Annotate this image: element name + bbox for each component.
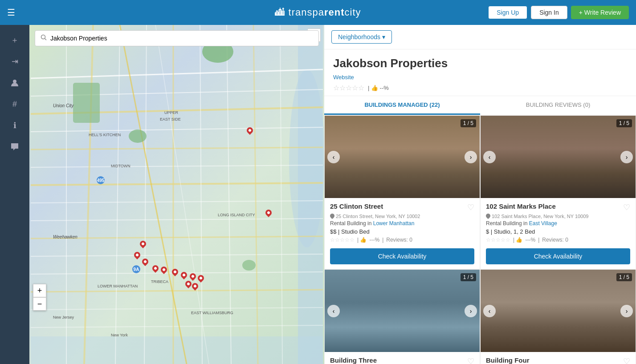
svg-line-30	[120, 25, 187, 364]
nav-buttons: Sign Up Sign In + Write Review	[488, 6, 629, 19]
svg-text:EAST WILLIAMSBURG: EAST WILLIAMSBURG	[191, 311, 233, 315]
svg-text:LOWER MANHATTAN: LOWER MANHATTAN	[98, 284, 138, 288]
svg-line-20	[31, 325, 323, 328]
svg-text:9A: 9A	[134, 267, 139, 272]
top-nav: ☰ 🏙 transparentcity Sign Up Sign In + Wr…	[0, 0, 636, 25]
card-favorite-3[interactable]: ♡	[467, 356, 474, 364]
card-counter-2: 1 / 5	[616, 119, 632, 127]
logo-city-skyline: 🏙	[275, 7, 285, 18]
map-pin[interactable]	[196, 274, 205, 283]
neighborhood-link-1[interactable]: Lower Manhattan	[373, 220, 415, 226]
svg-line-28	[253, 25, 258, 364]
map-pin[interactable]	[139, 239, 147, 248]
zoom-out-button[interactable]: −	[33, 297, 46, 311]
card-favorite-1[interactable]: ♡	[467, 202, 474, 212]
svg-line-10	[31, 147, 323, 150]
svg-line-2	[45, 39, 47, 40]
tab-reviews[interactable]: BUILDING REVIEWS (0)	[480, 96, 636, 115]
card-title-1: 25 Clinton Street	[330, 202, 383, 210]
check-availability-button-2[interactable]: Check Availability	[486, 248, 630, 264]
map-pin[interactable]	[184, 279, 193, 288]
map-pin[interactable]	[264, 208, 273, 217]
svg-text:MIDTOWN: MIDTOWN	[111, 164, 130, 168]
zoom-in-button[interactable]: +	[33, 284, 46, 297]
map-pin[interactable]	[171, 267, 179, 276]
map-image: 495 9A Union City Weehawken HELL'S KITCH…	[29, 25, 324, 364]
svg-line-12	[31, 183, 323, 185]
svg-line-6	[31, 69, 323, 78]
neighborhood-link-2[interactable]: East Village	[529, 220, 557, 226]
svg-line-14	[31, 218, 323, 221]
map-pin[interactable]	[151, 264, 160, 273]
write-review-button[interactable]: + Write Review	[571, 6, 629, 19]
map-pin[interactable]	[159, 265, 168, 274]
svg-line-19	[31, 307, 323, 310]
search-bar	[35, 30, 319, 46]
card-favorite-4[interactable]: ♡	[623, 356, 630, 364]
svg-line-22	[84, 25, 93, 364]
signin-button[interactable]: Sign In	[531, 6, 567, 19]
sidebar-icon-signin[interactable]: ⇥	[5, 52, 24, 71]
hamburger-button[interactable]: ☰	[7, 7, 15, 18]
svg-text:Union City: Union City	[53, 103, 74, 108]
svg-line-9	[31, 127, 323, 132]
card-body-1: 25 Clinton Street ♡ 25 Clinton Street, N…	[325, 198, 480, 269]
card-counter: 1 / 5	[461, 119, 476, 127]
map-area: 495 9A Union City Weehawken HELL'S KITCH…	[29, 25, 324, 364]
card-title-4: Building Four	[486, 356, 529, 364]
svg-text:TRIBECA: TRIBECA	[151, 279, 168, 284]
card-favorite-2[interactable]: ♡	[623, 202, 630, 212]
sidebar-icon-user[interactable]	[5, 73, 24, 93]
card-next-button-3[interactable]: ›	[465, 305, 477, 317]
sidebar-icon-plus[interactable]: ＋	[5, 30, 24, 50]
card-reviews-2: ☆☆☆☆☆ | 👍 ---% | Reviews: 0	[486, 237, 630, 243]
svg-text:New Jersey: New Jersey	[53, 315, 74, 320]
sidebar-icon-info[interactable]: ℹ	[5, 116, 24, 135]
svg-point-5	[289, 69, 324, 247]
right-panel: Neighborhoods ▾ Jakobson Properties Webs…	[324, 25, 636, 364]
sidebar-icon-hash[interactable]: #	[5, 94, 24, 114]
map-pin[interactable]	[179, 271, 188, 279]
card-prev-button-2[interactable]: ‹	[483, 151, 496, 163]
map-pin[interactable]	[141, 257, 150, 266]
svg-text:495: 495	[97, 178, 105, 183]
card-next-button-2[interactable]: ›	[620, 151, 633, 163]
card-price-1: $$ | Studio Bed	[330, 228, 474, 235]
card-image-3: ‹ 1 / 5 ›	[325, 270, 480, 352]
map-pin[interactable]	[133, 251, 142, 259]
building-card-2: ‹ 1 / 5 › 102 Saint Marks Place ♡ 102 Sa…	[480, 115, 636, 269]
map-roads: 495 9A Union City Weehawken HELL'S KITCH…	[29, 25, 324, 364]
tabs-row: BUILDINGS MANAGED (22) BUILDING REVIEWS …	[324, 96, 636, 115]
card-prev-button-3[interactable]: ‹	[327, 305, 340, 317]
neighborhoods-button[interactable]: Neighborhoods ▾	[331, 30, 392, 44]
map-pin[interactable]	[191, 282, 200, 291]
card-next-button-4[interactable]: ›	[620, 305, 633, 317]
signup-button[interactable]: Sign Up	[488, 6, 527, 19]
card-thumbs-2: | 👍	[513, 237, 522, 243]
svg-text:UPPER: UPPER	[164, 110, 179, 115]
card-prev-button-4[interactable]: ‹	[483, 305, 496, 317]
svg-line-23	[115, 25, 120, 364]
card-address-1: 25 Clinton Street, New York, NY 10002	[330, 214, 474, 219]
card-prev-button[interactable]: ‹	[327, 151, 340, 163]
logo-text: transparentcity	[289, 7, 361, 18]
tab-buildings[interactable]: BUILDINGS MANAGED (22)	[324, 96, 480, 115]
svg-line-11	[31, 165, 323, 167]
zoom-controls: + −	[33, 284, 46, 311]
property-website-link[interactable]: Website	[333, 74, 354, 81]
map-pin[interactable]	[245, 126, 254, 135]
svg-line-27	[227, 25, 231, 364]
svg-line-15	[31, 236, 323, 239]
svg-line-13	[31, 201, 323, 203]
search-input[interactable]	[50, 35, 313, 42]
svg-rect-35	[73, 83, 100, 123]
check-availability-button-1[interactable]: Check Availability	[330, 248, 474, 264]
building-card: ‹ 1 / 5 › 25 Clinton Street ♡ 25 Clinton…	[324, 115, 480, 269]
property-title: Jakobson Properties	[333, 57, 627, 70]
neighborhoods-bar: Neighborhoods ▾	[324, 25, 636, 49]
card-next-button[interactable]: ›	[465, 151, 477, 163]
svg-line-31	[155, 25, 209, 364]
map-pin[interactable]	[188, 272, 197, 281]
svg-rect-38	[132, 265, 140, 273]
sidebar-icon-chat[interactable]	[5, 137, 24, 157]
